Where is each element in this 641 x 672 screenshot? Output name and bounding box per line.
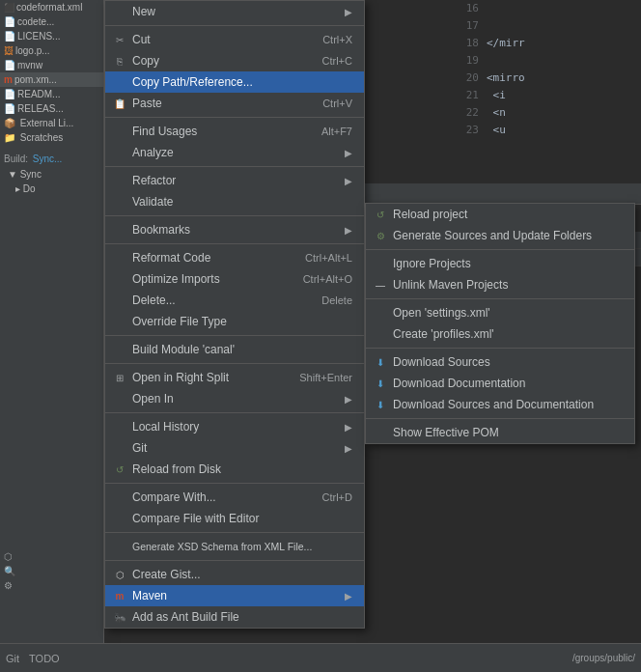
submenu-show-pom[interactable]: Show Effective POM [366,422,634,443]
sidebar-item-scratches[interactable]: 📁 Scratches [0,130,103,145]
todo-label[interactable]: TODO [29,653,60,664]
build-header: Build: Sync... [0,151,103,167]
menu-item-open-right[interactable]: ⊞ Open in Right Split Shift+Enter [105,367,364,388]
submenu-sep4 [366,418,634,419]
sidebar-item-license[interactable]: 📄LICENS... [0,29,103,43]
menu-item-ant-build[interactable]: 🐜 Add as Ant Build File [105,606,364,628]
new-icon [113,5,126,18]
menu-item-build-module[interactable]: Build Module 'canal' [105,339,364,360]
menu-item-reload[interactable]: ↺ Reload from Disk [105,459,364,480]
line-num-16: 16 [458,0,479,17]
sidebar-item-readme[interactable]: 📄READM... [0,87,103,101]
menu-item-validate[interactable]: Validate [105,191,364,212]
sep7 [105,363,364,364]
menu-item-override-type[interactable]: Override File Type [105,311,364,332]
readme-icon: 📄 [4,89,15,99]
menu-item-open-in[interactable]: Open In ▶ [105,388,364,409]
open-settings-icon [374,306,387,320]
new-arrow: ▶ [345,7,352,17]
menu-item-find-usages[interactable]: Find Usages Alt+F7 [105,121,364,142]
show-pom-icon [374,426,387,439]
sep2 [105,117,364,118]
code-line-16 [487,0,525,17]
history-icon [113,420,126,434]
release-icon: 📄 [4,103,15,114]
search-sidebar-icon[interactable]: 🔍 [4,566,15,576]
git-bottom-label[interactable]: Git [6,653,19,664]
submenu-download-sources[interactable]: ⬇ Download Sources [366,351,634,373]
git-sidebar-icon[interactable]: ⬡ [4,551,13,562]
menu-item-local-history[interactable]: Local History ▶ [105,416,364,437]
line-num-18: 18 [458,35,479,52]
sidebar-item-codete[interactable]: 📄codete... [0,14,103,29]
maven-arrow: ▶ [345,591,352,602]
code-line-18: </mirr [487,35,525,52]
sep9 [105,483,364,484]
sidebar-item-pom[interactable]: mpom.xm... [0,72,103,87]
submenu-download-both[interactable]: ⬇ Download Sources and Documentation [366,394,634,415]
sidebar-item-external[interactable]: 📦 External Li... [0,116,103,130]
code-line-19 [487,52,525,70]
img-icon: 🖼 [4,45,14,56]
compare-icon [113,490,126,504]
submenu-create-profiles[interactable]: Create 'profiles.xml' [366,323,634,345]
maven-menu-icon: m [113,589,126,602]
menu-item-cut[interactable]: ✂ Cut Ctrl+X [105,29,364,50]
delete-icon [113,294,126,307]
code-editor: 16 17 18 19 20 21 22 23 </mirr <mirro <i… [458,0,641,193]
menu-item-compare-editor[interactable]: Compare File with Editor [105,508,364,529]
line-num-23: 23 [458,122,479,139]
file-icon-2: 📄 [4,31,15,42]
menu-item-new[interactable]: New ▶ [105,1,364,22]
submenu-generate-sources[interactable]: ⚙ Generate Sources and Update Folders [366,225,634,246]
menu-item-analyze[interactable]: Analyze ▶ [105,142,364,163]
refactor-arrow: ▶ [345,176,352,186]
code-line-17 [487,17,525,35]
menu-item-paste[interactable]: 📋 Paste Ctrl+V [105,93,364,114]
menu-item-bookmarks[interactable]: Bookmarks ▶ [105,219,364,240]
menu-item-optimize[interactable]: Optimize Imports Ctrl+Alt+O [105,268,364,290]
file-icon: 📄 [4,16,15,27]
scratches-icon: 📁 [4,132,15,143]
menu-item-delete[interactable]: Delete... Delete [105,290,364,311]
settings-sidebar-icon[interactable]: ⚙ [4,580,13,591]
sidebar-item-release[interactable]: 📄RELEAS... [0,101,103,116]
path-label: /groups/public/ [572,653,635,663]
reload-project-icon: ↺ [374,208,387,221]
sep11 [105,560,364,561]
submenu-unlink-maven[interactable]: — Unlink Maven Projects [366,274,634,295]
code-line-22: <n [487,104,525,122]
submenu-download-docs[interactable]: ⬇ Download Documentation [366,373,634,394]
submenu-ignore-projects[interactable]: Ignore Projects [366,253,634,274]
menu-item-copy-path[interactable]: Copy Path/Reference... [105,71,364,93]
sep6 [105,335,364,336]
submenu-reload-project[interactable]: ↺ Reload project [366,204,634,225]
menu-item-compare-with[interactable]: Compare With... Ctrl+D [105,487,364,508]
split-icon: ⊞ [113,371,126,384]
cut-icon: ✂ [113,33,126,46]
menu-item-refactor[interactable]: Refactor ▶ [105,170,364,191]
optimize-icon [113,272,126,286]
menu-item-generate-xsd[interactable]: Generate XSD Schema from XML File... [105,536,364,557]
sidebar-item-logo[interactable]: 🖼logo.p... [0,43,103,58]
menu-item-create-gist[interactable]: ⬡ Create Gist... [105,564,364,585]
line-num-21: 21 [458,87,479,104]
line-num-22: 22 [458,104,479,122]
find-icon [113,125,126,138]
submenu-maven: ↺ Reload project ⚙ Generate Sources and … [365,203,635,444]
submenu-sep2 [366,298,634,299]
sidebar-item-mvnw[interactable]: 📄mvnw [0,58,103,72]
reformat-icon [113,251,126,265]
bookmarks-arrow: ▶ [345,225,352,236]
menu-item-maven[interactable]: m Maven ▶ [105,585,364,606]
menu-item-copy[interactable]: ⎘ Copy Ctrl+C [105,50,364,71]
xsd-icon [113,540,126,553]
sep4 [105,215,364,216]
menu-item-reformat[interactable]: Reformat Code Ctrl+Alt+L [105,247,364,268]
menu-item-git[interactable]: Git ▶ [105,437,364,459]
build-sync-item[interactable]: ▼ Sync [0,167,103,182]
submenu-open-settings[interactable]: Open 'settings.xml' [366,302,634,323]
unlink-icon: — [374,278,387,292]
sidebar-item-codeformat[interactable]: ⬛codeformat.xml [0,0,103,14]
build-do-item[interactable]: ▸ Do [0,182,103,196]
